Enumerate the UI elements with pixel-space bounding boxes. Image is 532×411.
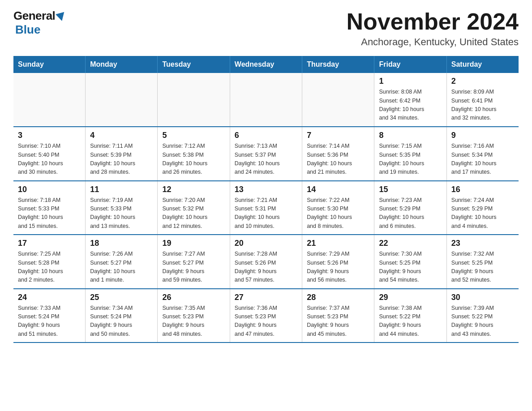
calendar-day-cell: 8Sunrise: 7:15 AMSunset: 5:35 PMDaylight…: [374, 127, 446, 181]
day-number: 21: [307, 239, 369, 248]
day-info: Sunrise: 7:23 AMSunset: 5:29 PMDaylight:…: [379, 196, 442, 231]
day-info: Sunrise: 7:38 AMSunset: 5:22 PMDaylight:…: [379, 304, 442, 339]
day-number: 19: [162, 239, 225, 248]
calendar-day-cell: 29Sunrise: 7:38 AMSunset: 5:22 PMDayligh…: [374, 289, 446, 343]
day-info: Sunrise: 7:21 AMSunset: 5:31 PMDaylight:…: [235, 196, 297, 231]
calendar-day-cell: 4Sunrise: 7:11 AMSunset: 5:39 PMDaylight…: [86, 127, 158, 181]
day-number: 30: [451, 293, 514, 302]
day-info: Sunrise: 7:34 AMSunset: 5:24 PMDaylight:…: [90, 304, 153, 339]
day-number: 2: [451, 77, 514, 86]
calendar-day-cell: 21Sunrise: 7:29 AMSunset: 5:26 PMDayligh…: [302, 235, 374, 289]
title-area: November 2024 Anchorage, Kentucky, Unite…: [347, 9, 519, 48]
calendar-day-cell: 12Sunrise: 7:20 AMSunset: 5:32 PMDayligh…: [158, 181, 230, 235]
day-number: 17: [18, 239, 81, 248]
day-info: Sunrise: 8:09 AMSunset: 6:41 PMDaylight:…: [451, 88, 514, 123]
day-number: 15: [379, 185, 442, 194]
calendar-day-cell: 3Sunrise: 7:10 AMSunset: 5:40 PMDaylight…: [13, 127, 86, 181]
day-info: Sunrise: 7:15 AMSunset: 5:35 PMDaylight:…: [379, 142, 442, 177]
day-number: 9: [451, 131, 514, 140]
day-number: 10: [18, 185, 81, 194]
day-number: 22: [379, 239, 442, 248]
day-of-week-header: Sunday: [13, 56, 86, 73]
calendar-day-cell: 10Sunrise: 7:18 AMSunset: 5:33 PMDayligh…: [13, 181, 86, 235]
day-info: Sunrise: 7:24 AMSunset: 5:29 PMDaylight:…: [451, 196, 514, 231]
calendar-day-cell: 18Sunrise: 7:26 AMSunset: 5:27 PMDayligh…: [86, 235, 158, 289]
calendar-day-cell: 28Sunrise: 7:37 AMSunset: 5:23 PMDayligh…: [302, 289, 374, 343]
day-info: Sunrise: 7:37 AMSunset: 5:23 PMDaylight:…: [307, 304, 369, 339]
day-of-week-header: Wednesday: [230, 56, 302, 73]
calendar-day-cell: 14Sunrise: 7:22 AMSunset: 5:30 PMDayligh…: [302, 181, 374, 235]
calendar-day-cell: 20Sunrise: 7:28 AMSunset: 5:26 PMDayligh…: [230, 235, 302, 289]
day-info: Sunrise: 7:33 AMSunset: 5:24 PMDaylight:…: [18, 304, 81, 339]
calendar-day-cell: 6Sunrise: 7:13 AMSunset: 5:37 PMDaylight…: [230, 127, 302, 181]
logo-blue-text: Blue: [15, 23, 40, 36]
day-number: 13: [235, 185, 297, 194]
day-number: 24: [18, 293, 81, 302]
day-info: Sunrise: 7:20 AMSunset: 5:32 PMDaylight:…: [162, 196, 225, 231]
day-info: Sunrise: 7:13 AMSunset: 5:37 PMDaylight:…: [235, 142, 297, 177]
day-number: 25: [90, 293, 153, 302]
calendar-table: SundayMondayTuesdayWednesdayThursdayFrid…: [13, 56, 519, 343]
day-of-week-header: Saturday: [446, 56, 519, 73]
day-number: 28: [307, 293, 369, 302]
day-info: Sunrise: 7:35 AMSunset: 5:23 PMDaylight:…: [162, 304, 225, 339]
calendar-day-cell: [230, 73, 302, 127]
day-info: Sunrise: 8:08 AMSunset: 6:42 PMDaylight:…: [379, 88, 442, 123]
calendar-week-row: 24Sunrise: 7:33 AMSunset: 5:24 PMDayligh…: [13, 289, 519, 343]
day-info: Sunrise: 7:27 AMSunset: 5:27 PMDaylight:…: [162, 250, 225, 285]
calendar-week-row: 10Sunrise: 7:18 AMSunset: 5:33 PMDayligh…: [13, 181, 519, 235]
day-info: Sunrise: 7:32 AMSunset: 5:25 PMDaylight:…: [451, 250, 514, 285]
day-number: 4: [90, 131, 153, 140]
calendar-day-cell: 17Sunrise: 7:25 AMSunset: 5:28 PMDayligh…: [13, 235, 86, 289]
day-number: 5: [162, 131, 225, 140]
calendar-day-cell: 16Sunrise: 7:24 AMSunset: 5:29 PMDayligh…: [446, 181, 519, 235]
day-number: 29: [379, 293, 442, 302]
logo-arrow-icon: [56, 12, 66, 22]
calendar-day-cell: [158, 73, 230, 127]
day-number: 12: [162, 185, 225, 194]
day-info: Sunrise: 7:11 AMSunset: 5:39 PMDaylight:…: [90, 142, 153, 177]
calendar-day-cell: 24Sunrise: 7:33 AMSunset: 5:24 PMDayligh…: [13, 289, 86, 343]
day-info: Sunrise: 7:18 AMSunset: 5:33 PMDaylight:…: [18, 196, 81, 231]
calendar-day-cell: 9Sunrise: 7:16 AMSunset: 5:34 PMDaylight…: [446, 127, 519, 181]
day-number: 11: [90, 185, 153, 194]
day-number: 14: [307, 185, 369, 194]
day-info: Sunrise: 7:39 AMSunset: 5:22 PMDaylight:…: [451, 304, 514, 339]
logo-general-text: General: [13, 9, 55, 23]
day-number: 16: [451, 185, 514, 194]
calendar-week-row: 3Sunrise: 7:10 AMSunset: 5:40 PMDaylight…: [13, 127, 519, 181]
calendar-week-row: 1Sunrise: 8:08 AMSunset: 6:42 PMDaylight…: [13, 73, 519, 127]
day-info: Sunrise: 7:30 AMSunset: 5:25 PMDaylight:…: [379, 250, 442, 285]
day-info: Sunrise: 7:25 AMSunset: 5:28 PMDaylight:…: [18, 250, 81, 285]
calendar-day-cell: 30Sunrise: 7:39 AMSunset: 5:22 PMDayligh…: [446, 289, 519, 343]
day-number: 23: [451, 239, 514, 248]
calendar-day-cell: 11Sunrise: 7:19 AMSunset: 5:33 PMDayligh…: [86, 181, 158, 235]
calendar-day-cell: 2Sunrise: 8:09 AMSunset: 6:41 PMDaylight…: [446, 73, 519, 127]
calendar-day-cell: [13, 73, 86, 127]
calendar-day-cell: [302, 73, 374, 127]
day-number: 18: [90, 239, 153, 248]
day-of-week-header: Monday: [86, 56, 158, 73]
logo: General Blue: [13, 9, 65, 37]
calendar-day-cell: 5Sunrise: 7:12 AMSunset: 5:38 PMDaylight…: [158, 127, 230, 181]
calendar-day-cell: 25Sunrise: 7:34 AMSunset: 5:24 PMDayligh…: [86, 289, 158, 343]
calendar-day-cell: 19Sunrise: 7:27 AMSunset: 5:27 PMDayligh…: [158, 235, 230, 289]
day-info: Sunrise: 7:22 AMSunset: 5:30 PMDaylight:…: [307, 196, 369, 231]
day-number: 8: [379, 131, 442, 140]
calendar-day-cell: 1Sunrise: 8:08 AMSunset: 6:42 PMDaylight…: [374, 73, 446, 127]
day-info: Sunrise: 7:12 AMSunset: 5:38 PMDaylight:…: [162, 142, 225, 177]
calendar-week-row: 17Sunrise: 7:25 AMSunset: 5:28 PMDayligh…: [13, 235, 519, 289]
day-info: Sunrise: 7:14 AMSunset: 5:36 PMDaylight:…: [307, 142, 369, 177]
day-of-week-header: Thursday: [302, 56, 374, 73]
day-info: Sunrise: 7:29 AMSunset: 5:26 PMDaylight:…: [307, 250, 369, 285]
calendar-day-cell: 7Sunrise: 7:14 AMSunset: 5:36 PMDaylight…: [302, 127, 374, 181]
day-number: 6: [235, 131, 297, 140]
day-number: 26: [162, 293, 225, 302]
day-number: 20: [235, 239, 297, 248]
day-info: Sunrise: 7:10 AMSunset: 5:40 PMDaylight:…: [18, 142, 81, 177]
day-of-week-header: Tuesday: [158, 56, 230, 73]
day-info: Sunrise: 7:19 AMSunset: 5:33 PMDaylight:…: [90, 196, 153, 231]
calendar-day-cell: 26Sunrise: 7:35 AMSunset: 5:23 PMDayligh…: [158, 289, 230, 343]
calendar-day-cell: 27Sunrise: 7:36 AMSunset: 5:23 PMDayligh…: [230, 289, 302, 343]
day-number: 7: [307, 131, 369, 140]
